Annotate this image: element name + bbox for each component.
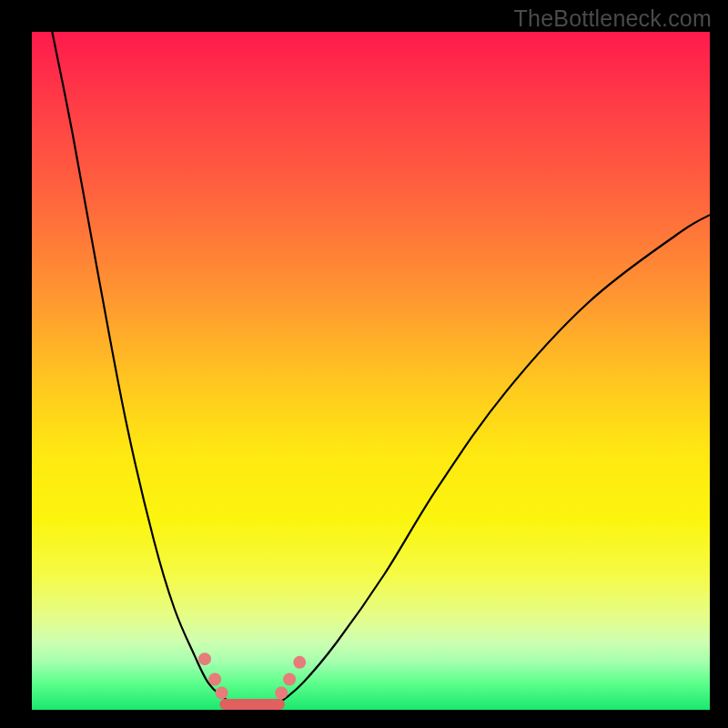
curve-marker [208, 672, 221, 685]
curve-marker [198, 652, 211, 665]
curve-layer [32, 32, 710, 710]
curve-marker [293, 656, 306, 669]
plot-area [32, 32, 710, 710]
curve-marker [283, 672, 296, 685]
chart-frame: TheBottleneck.com [0, 0, 728, 728]
curve-marker [275, 686, 288, 699]
curve-marker [216, 686, 228, 699]
watermark-text: TheBottleneck.com [514, 5, 712, 32]
bottleneck-curve [52, 32, 710, 708]
curve-markers [198, 652, 306, 699]
